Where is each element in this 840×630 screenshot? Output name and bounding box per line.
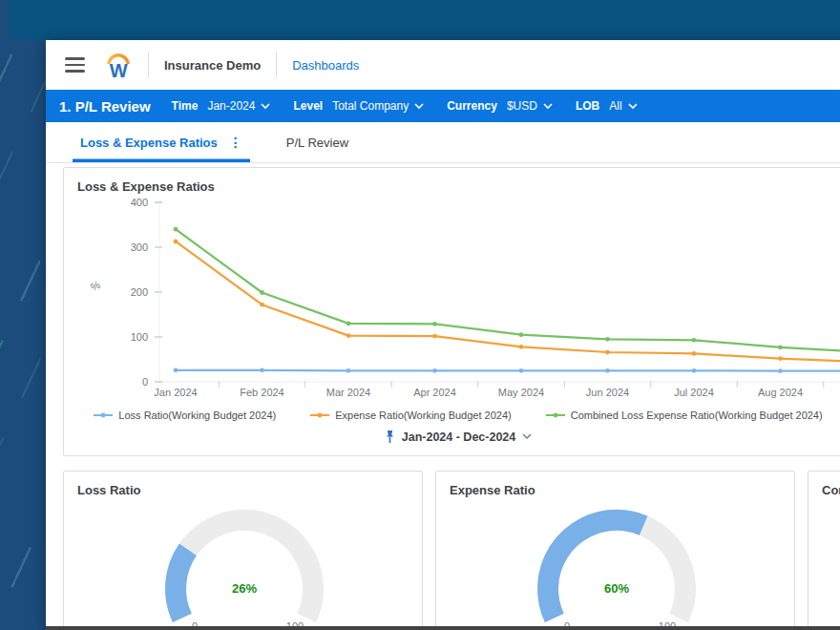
chevron-down-icon [522,433,532,440]
bottom-edge-strip [46,626,840,630]
filter-time: Time Jan-2024 [172,99,271,113]
expense-ratio-gauge: 60%0100 [436,503,795,630]
line-chart: 0100200300400%Jan 2024Feb 2024Mar 2024Ap… [64,194,840,402]
chevron-down-icon [414,103,424,110]
legend-marker-icon [310,411,329,419]
tab-pl-review[interactable]: P/L Review [279,122,356,162]
filter-value: Total Company [332,99,409,113]
filter-label: LOB [576,99,599,113]
filter-label: Currency [447,99,497,113]
dashboards-link[interactable]: Dashboards [292,58,359,73]
svg-text:60%: 60% [604,581,629,596]
app-header: W Insurance Demo Dashboards [46,40,840,90]
workspace-title: Insurance Demo [164,58,261,73]
pin-icon [385,430,395,444]
divider [148,52,149,77]
chevron-down-icon [628,103,638,110]
svg-text:Apr 2024: Apr 2024 [413,387,456,398]
logo-letter: W [110,64,127,77]
filter-label: Time [172,99,199,113]
filter-value: All [609,99,621,113]
tab-options-kebab-icon[interactable]: ⋮ [229,135,242,150]
svg-text:Aug 2024: Aug 2024 [758,387,803,398]
gauge-title: Loss Ratio [77,483,409,497]
svg-text:Jul 2024: Jul 2024 [674,387,714,398]
svg-text:Mar 2024: Mar 2024 [326,387,370,398]
legend-item[interactable]: Loss Ratio(Working Budget 2024) [94,410,276,421]
line-chart-card: Loss & Expense Ratios 0100200300400%Jan … [63,167,840,456]
hamburger-menu-icon[interactable] [65,57,85,73]
level-dropdown[interactable]: Total Company [332,99,424,113]
workday-logo[interactable]: W [104,52,133,77]
legend-label: Expense Ratio(Working Budget 2024) [335,410,511,421]
legend-item[interactable]: Expense Ratio(Working Budget 2024) [310,410,511,421]
desktop: { "desktop": {"bg": "#1b4c7c", "top_band… [0,0,840,630]
expense-ratio-gauge-card: Expense Ratio 60%0100 [435,471,795,630]
tab-loss-expense-ratios[interactable]: Loss & Expense Ratios ⋮ [73,122,250,162]
dashboard-toolbar: 1. P/L Review Time Jan-2024 Level Total … [46,90,840,122]
chart-legend: Loss Ratio(Working Budget 2024)Expense R… [64,410,840,421]
svg-text:Feb 2024: Feb 2024 [240,387,284,398]
page-title: 1. P/L Review [59,98,151,115]
filter-level: Level Total Company [293,99,424,113]
filter-value: $USD [507,99,537,113]
svg-text:Jan 2024: Jan 2024 [154,387,197,398]
tab-label: P/L Review [286,136,348,150]
combined-ratio-gauge-card: Combined Loss Expense Ratio 0100 [808,471,840,630]
gauge-title: Expense Ratio [450,483,781,497]
loss-ratio-gauge: 26%0100 [64,503,423,630]
svg-text:0: 0 [142,376,148,388]
legend-label: Loss Ratio(Working Budget 2024) [118,410,276,421]
svg-text:Jun 2024: Jun 2024 [586,387,629,398]
dashboard-content: Loss & Expense Ratios 0100200300400%Jan … [46,163,840,630]
time-dropdown[interactable]: Jan-2024 [207,99,270,113]
combined-ratio-gauge: 0100 [808,503,840,630]
period-value: Jan-2024 - Dec-2024 [402,430,516,444]
chevron-down-icon [261,103,270,110]
svg-text:100: 100 [131,331,148,343]
filter-lob: LOB All [576,99,638,113]
tab-label: Loss & Expense Ratios [80,136,218,150]
lob-dropdown[interactable]: All [609,99,637,113]
svg-text:26%: 26% [232,581,257,596]
filter-currency: Currency $USD [447,99,553,113]
svg-text:400: 400 [131,197,148,208]
legend-label: Combined Loss Expense Ratio(Working Budg… [571,410,823,421]
legend-marker-icon [546,411,565,419]
legend-item[interactable]: Combined Loss Expense Ratio(Working Budg… [546,410,823,421]
svg-text:300: 300 [131,242,148,253]
legend-marker-icon [94,411,113,419]
gauge-title: Combined Loss Expense Ratio [822,483,840,497]
currency-dropdown[interactable]: $USD [507,99,553,113]
chevron-down-icon [543,103,553,110]
svg-text:%: % [89,279,102,293]
period-selector[interactable]: Jan-2024 - Dec-2024 [64,430,840,444]
app-window: W Insurance Demo Dashboards 1. P/L Revie… [46,40,840,630]
svg-text:May 2024: May 2024 [498,387,544,398]
filter-label: Level [293,99,323,113]
divider [276,52,277,77]
svg-text:200: 200 [131,286,148,298]
gauge-cards-row: Loss Ratio 26%0100 Expense Ratio 60%0100… [63,471,840,630]
tab-bar: Loss & Expense Ratios ⋮ P/L Review [46,122,840,163]
loss-ratio-gauge-card: Loss Ratio 26%0100 [63,471,423,630]
filter-value: Jan-2024 [207,99,255,113]
background-top-band [10,0,840,40]
chart-title: Loss & Expense Ratios [77,179,840,194]
